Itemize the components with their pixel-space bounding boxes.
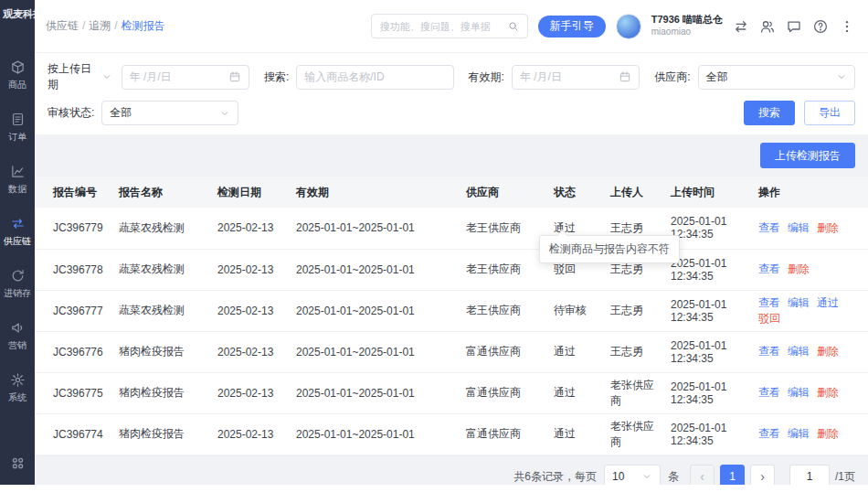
calendar-icon [619, 70, 631, 83]
upload-row: 上传检测报告 [35, 134, 868, 177]
current-page-button[interactable]: 1 [720, 465, 745, 486]
table-cell: 2025-01-01 12:34:35 [665, 290, 753, 331]
action-delete[interactable]: 删除 [817, 386, 839, 399]
apps-launcher[interactable] [9, 455, 26, 472]
cycle-icon [10, 268, 26, 284]
table-cell: 老张供应商 [605, 413, 665, 455]
action-delete[interactable]: 删除 [788, 262, 810, 275]
table-cell: 老王供应商 [460, 290, 548, 331]
table-cell: 猪肉检疫报告 [113, 372, 212, 413]
table-row: JC396776猪肉检疫报告2025-02-132025-01-01~2025-… [35, 331, 868, 372]
validity-date-input[interactable]: 年 /月/日 [512, 65, 640, 90]
page-jump-input[interactable] [789, 465, 830, 486]
action-view[interactable]: 查看 [758, 386, 780, 399]
sidebar-item-orders[interactable]: 订单 [0, 102, 35, 154]
search-button[interactable]: 搜索 [744, 101, 795, 125]
table-cell: 蔬菜农残检测 [113, 249, 212, 290]
table-cell: 2025-02-13 [212, 208, 291, 249]
message-icon[interactable] [786, 18, 802, 35]
date-type-select[interactable]: 按上传日期 [48, 61, 114, 92]
action-delete[interactable]: 删除 [817, 427, 839, 440]
action-view[interactable]: 查看 [758, 345, 780, 358]
action-view[interactable]: 查看 [758, 427, 780, 440]
action-view[interactable]: 查看 [758, 262, 780, 275]
table-cell: 蔬菜农残检测 [113, 290, 212, 331]
more-icon[interactable] [839, 18, 855, 35]
guide-button[interactable]: 新手引导 [538, 16, 606, 37]
action-delete[interactable]: 删除 [817, 345, 839, 358]
upload-date-input[interactable]: 年 /月/日 [122, 65, 249, 90]
action-delete[interactable]: 删除 [817, 221, 839, 234]
switch-store-icon[interactable] [733, 18, 749, 35]
table-cell: 2025-02-13 [212, 413, 291, 455]
sidebar-item-data[interactable]: 数据 [0, 154, 35, 206]
report-table: 报告编号报告名称检测日期有效期供应商状态上传人上传时间操作 JC396779蔬菜… [35, 177, 868, 455]
table-cell: 2025-02-13 [212, 372, 291, 413]
global-search[interactable] [371, 14, 528, 38]
export-button[interactable]: 导出 [804, 101, 855, 125]
table-cell: 2025-01-01~2025-01-01 [291, 290, 460, 331]
sidebar-item-label: 数据 [8, 183, 26, 196]
action-edit[interactable]: 编辑 [788, 427, 810, 440]
validity-label: 有效期: [469, 70, 504, 85]
sidebar-item-label: 商品 [8, 79, 26, 91]
audit-status-label: 审核状态: [48, 105, 94, 121]
filter-panel: 按上传日期 年 /月/日 搜索: 有效期: 年 /月/日 供应商: [35, 53, 868, 134]
sidebar-item-goods[interactable]: 商品 [0, 49, 35, 102]
sidebar-item-supply-chain[interactable]: 供应链 [0, 206, 35, 258]
breadcrumb-item[interactable]: 供应链 [46, 19, 79, 32]
table-cell: 蔬菜农残检测 [113, 208, 212, 249]
audit-status-select[interactable]: 全部 [101, 101, 238, 125]
prev-page-button[interactable]: ‹ [690, 465, 715, 486]
global-search-input[interactable] [380, 21, 502, 32]
action-reject[interactable]: 驳回 [758, 312, 780, 325]
filter-actions: 搜索 导出 [744, 101, 855, 125]
actions-cell: 查看编辑删除 [753, 413, 868, 455]
product-search-box[interactable] [296, 65, 453, 90]
page-size-unit: 条 [668, 469, 679, 485]
product-search-input[interactable] [304, 70, 445, 83]
action-view[interactable]: 查看 [758, 296, 780, 309]
column-header: 有效期 [291, 177, 460, 208]
help-icon[interactable] [812, 18, 829, 35]
breadcrumb-item[interactable]: 检测报告 [122, 19, 165, 32]
table-cell: JC396778 [35, 249, 113, 290]
action-edit[interactable]: 编辑 [788, 296, 810, 309]
column-header: 报告编号 [35, 177, 113, 208]
pagination: 共6条记录，每页 10 条 ‹ 1 › /1页 [35, 455, 868, 486]
sidebar: 观麦科技 商品订单数据供应链进销存营销系统 [0, 0, 35, 485]
community-icon[interactable] [759, 18, 776, 35]
table-cell: 2025-01-01~2025-01-01 [291, 413, 460, 455]
page-size-select[interactable]: 10 [604, 465, 661, 486]
order-icon [10, 112, 26, 127]
sidebar-item-inventory[interactable]: 进销存 [0, 258, 35, 310]
table-row: JC396775猪肉检疫报告2025-02-132025-01-01~2025-… [35, 372, 868, 413]
user-info[interactable]: T7936 喵喵总仓 miaomiao [651, 14, 723, 37]
column-header: 上传时间 [665, 177, 753, 208]
action-approve[interactable]: 通过 [817, 296, 839, 309]
actions-cell: 查看编辑删除 [753, 372, 868, 413]
speaker-icon [10, 320, 26, 336]
main-area: 供应链/追溯/检测报告 新手引导 T7936 喵喵总仓 miaomiao [35, 0, 868, 485]
breadcrumb-separator: / [114, 19, 117, 32]
sidebar-item-marketing[interactable]: 营销 [0, 310, 35, 362]
apps-grid-icon [9, 455, 26, 472]
supplier-select[interactable]: 全部 [698, 65, 855, 90]
column-header: 状态 [548, 177, 605, 208]
table-cell: 王志勇 [605, 290, 665, 331]
next-page-button[interactable]: › [750, 465, 775, 486]
filter-row-2: 审核状态: 全部 搜索 导出 [48, 101, 855, 125]
box-icon [10, 59, 26, 75]
breadcrumb-item[interactable]: 追溯 [89, 19, 111, 32]
avatar[interactable] [616, 14, 641, 39]
action-view[interactable]: 查看 [758, 221, 780, 234]
search-icon[interactable] [507, 20, 520, 33]
table-row: JC396778蔬菜农残检测2025-02-132025-01-01~2025-… [35, 249, 868, 290]
sidebar-item-system[interactable]: 系统 [0, 362, 35, 414]
upload-report-button[interactable]: 上传检测报告 [760, 143, 855, 168]
chevron-down-icon [219, 108, 230, 119]
action-edit[interactable]: 编辑 [788, 386, 810, 399]
action-edit[interactable]: 编辑 [788, 221, 810, 234]
action-edit[interactable]: 编辑 [788, 345, 810, 358]
table-cell: JC396776 [35, 331, 113, 372]
